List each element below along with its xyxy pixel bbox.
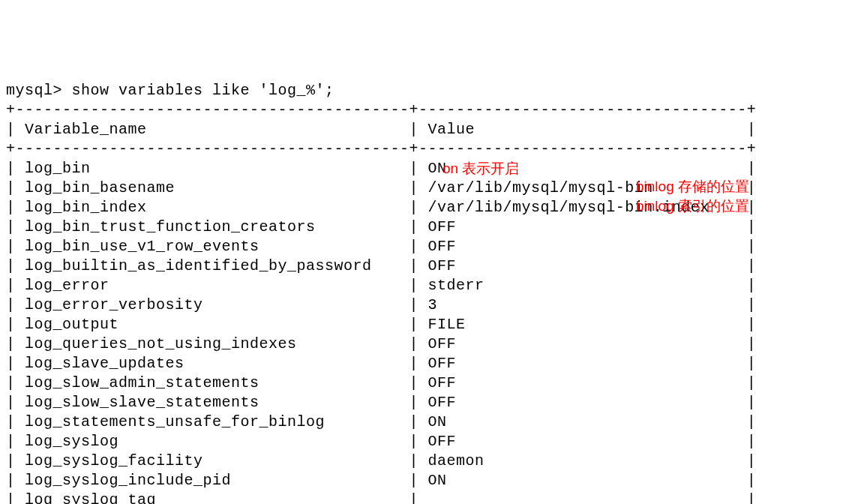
table-row: | log_builtin_as_identified_by_password … [6, 256, 867, 276]
table-row: | log_slave_updates | OFF | [6, 354, 867, 374]
table-row: | log_syslog_include_pid | ON | [6, 471, 867, 490]
terminal-output: mysql> show variables like 'log_%';+----… [6, 81, 867, 504]
annotation-binlog-path: binlog 存储的位置 [636, 177, 749, 196]
table-row: | log_syslog_tag | | [6, 490, 867, 504]
table-row: | log_queries_not_using_indexes | OFF | [6, 334, 867, 354]
table-row: | log_syslog | OFF | [6, 432, 867, 452]
table-row: | log_bin_use_v1_row_events | OFF | [6, 237, 867, 256]
table-row: | log_error | stderr | [6, 276, 867, 296]
table-row: | log_bin | ON | [6, 159, 867, 178]
table-row: | log_slow_slave_statements | OFF | [6, 393, 867, 412]
table-row: | log_bin_trust_function_creators | OFF … [6, 218, 867, 237]
annotation-on: on 表示开启 [442, 159, 519, 178]
table-row: | log_error_verbosity | 3 | [6, 296, 867, 315]
mysql-command: mysql> show variables like 'log_%'; [6, 81, 867, 100]
table-header: | Variable_name | Value | [6, 120, 867, 140]
separator: +---------------------------------------… [6, 100, 867, 120]
separator: +---------------------------------------… [6, 140, 867, 159]
annotation-binlog-index: binlog 索引的位置 [636, 196, 749, 216]
table-row: | log_slow_admin_statements | OFF | [6, 374, 867, 393]
table-row: | log_statements_unsafe_for_binlog | ON … [6, 412, 867, 432]
table-row: | log_syslog_facility | daemon | [6, 452, 867, 471]
table-row: | log_output | FILE | [6, 315, 867, 334]
